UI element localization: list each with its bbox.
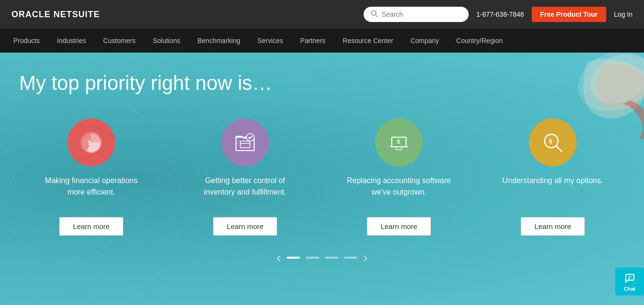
learn-more-inventory[interactable]: Learn more — [213, 217, 278, 236]
nav-industries[interactable]: Industries — [55, 29, 88, 53]
nav-services[interactable]: Services — [256, 29, 285, 53]
chat-label: Chat — [618, 286, 641, 292]
chat-widget[interactable]: Chat — [615, 268, 644, 295]
chat-icon — [624, 272, 635, 284]
learn-more-financial[interactable]: Learn more — [59, 217, 124, 236]
card-inventory: Getting better control of inventory and … — [193, 119, 298, 236]
carousel-dot-3[interactable] — [325, 257, 338, 259]
nav-resource-center[interactable]: Resource Center — [341, 29, 395, 53]
hero-title: My top priority right now is… — [19, 72, 625, 95]
svg-rect-7 — [240, 141, 250, 148]
phone-number: 1-877-638-7848 — [476, 11, 524, 18]
svg-point-9 — [247, 133, 254, 141]
learn-more-accounting[interactable]: Learn more — [367, 217, 431, 236]
nav-benchmarking[interactable]: Benchmarking — [195, 29, 242, 53]
carousel-dot-1[interactable] — [287, 257, 300, 259]
free-tour-button[interactable]: Free Product Tour — [532, 7, 606, 22]
card-accounting-icon: $ — [375, 119, 423, 166]
card-options: $ Understanding all my options. Learn mo… — [500, 119, 605, 236]
nav-partners[interactable]: Partners — [298, 29, 327, 53]
svg-line-14 — [556, 146, 562, 152]
search-icon — [370, 10, 378, 19]
card-financial-icon: $ — [67, 119, 115, 166]
card-accounting-text: Replacing accounting software we've outg… — [346, 175, 451, 208]
logo: ORACLE NETSUITE — [11, 10, 100, 20]
cards-row: $ Making financial operations more effic… — [19, 119, 625, 236]
nav-company[interactable]: Company — [408, 29, 441, 53]
login-link[interactable]: Log In — [614, 11, 633, 18]
svg-text:$: $ — [88, 140, 91, 146]
svg-point-0 — [371, 11, 376, 15]
top-bar: ORACLE NETSUITE 1-877-638-7848 Free Prod… — [0, 0, 644, 29]
carousel-dot-4[interactable] — [344, 257, 357, 259]
card-inventory-text: Getting better control of inventory and … — [193, 175, 298, 208]
learn-more-options[interactable]: Learn more — [521, 217, 585, 236]
nav-products[interactable]: Products — [11, 29, 42, 53]
top-right-controls: 1-877-638-7848 Free Product Tour Log In — [364, 7, 633, 22]
carousel-controls: ‹ › — [19, 250, 625, 265]
search-bar[interactable] — [364, 7, 469, 22]
card-financial-text: Making financial operations more efficie… — [39, 175, 144, 208]
carousel-prev[interactable]: ‹ — [277, 250, 281, 265]
card-options-text: Understanding all my options. — [503, 175, 603, 208]
svg-line-1 — [376, 15, 377, 17]
nav-country-region[interactable]: Country/Region — [454, 29, 504, 53]
card-accounting: $ Replacing accounting software we've ou… — [346, 119, 451, 236]
carousel-next[interactable]: › — [363, 250, 367, 265]
nav-solutions[interactable]: Solutions — [151, 29, 182, 53]
hero-section: My top priority right now is… $ Making f… — [0, 53, 644, 305]
svg-text:$: $ — [397, 139, 400, 144]
card-options-icon: $ — [529, 119, 577, 166]
svg-text:$: $ — [549, 138, 552, 145]
card-inventory-icon — [221, 119, 269, 166]
carousel-dot-2[interactable] — [306, 257, 319, 259]
main-nav: Products Industries Customers Solutions … — [0, 29, 644, 53]
nav-customers[interactable]: Customers — [101, 29, 138, 53]
card-financial: $ Making financial operations more effic… — [39, 119, 144, 236]
search-input[interactable] — [382, 11, 463, 18]
